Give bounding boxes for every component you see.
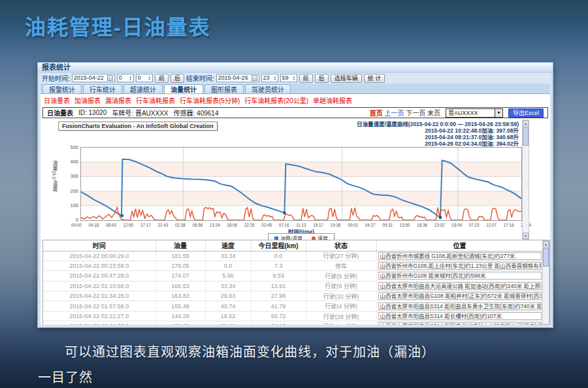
report-toolbar: 日油量表 ID: 13020 车牌号: 晋AUXXXX 传感器: 409614 … [42, 107, 548, 118]
pagination-link[interactable]: 首页 [370, 110, 383, 117]
window-title: 报表统计 [42, 63, 71, 71]
end-prev-day-button[interactable]: 前 [299, 74, 313, 83]
table-cell: 29.63 [205, 291, 251, 301]
scroll-up-icon[interactable]: ▲ [523, 120, 529, 127]
x-tick-label: 21:43 [157, 223, 168, 227]
export-excel-button[interactable]: 导出Excel [508, 108, 544, 118]
scrollbar-thumb[interactable] [523, 127, 529, 146]
start-date-field[interactable]: 2015-04-22 [72, 74, 115, 82]
fuel-chart-section: FusionCharts Evaluation - An InfoSoft Gl… [42, 120, 529, 240]
vehicle-select[interactable]: 晋AUXXXX ▼ [446, 108, 503, 118]
location-input[interactable]: 山西省太原市阳曲县S314 距阳曲县东黄水卫生院(东南)约740米 距中国( [378, 302, 542, 310]
scroll-up-icon[interactable]: ▲ [543, 241, 549, 248]
start-prev-day-button[interactable]: 前 [155, 74, 169, 83]
location-cell: 山西省太原市阳曲县S314 距阳曲县东黄水卫生院(东南)约740米 距中国( [376, 301, 543, 311]
scroll-down-icon[interactable]: ▼ [523, 233, 529, 239]
location-input[interactable]: 山西省忻州市城晏线 G108,距新世纪酒城(东北)约277米. [378, 252, 542, 260]
report-name-label: 日油量表 [47, 108, 73, 118]
report-link[interactable]: 行车油耗报表(20公里) [244, 95, 308, 105]
table-cell: 2015-04-22 01:34:28.0 [43, 291, 155, 301]
y-tick-label: 100 [64, 202, 78, 208]
table-cell: 166.53 [155, 281, 205, 291]
start-hour-value: 0 [119, 74, 122, 82]
table-body: 2015-04-22 00:00:29.0181.5533.340.0行驶(27… [43, 251, 543, 325]
end-hour-stepper[interactable]: 23 ▲▼ [261, 74, 278, 82]
chevron-down-icon[interactable]: ▼ [495, 109, 502, 117]
start-next-day-button[interactable]: 后 [171, 74, 184, 83]
y-tick-label: 300 [64, 173, 78, 179]
report-link[interactable]: 行车油耗报表 [136, 95, 175, 105]
x-tick-label: 17:16 [504, 223, 514, 227]
refuel-marker-icon [283, 212, 286, 215]
location-input[interactable]: 山西省太原市阳曲县S314 距阳曲县兴盛耐火材料有限公司(西南)约281米 [378, 322, 542, 325]
start-minute-stepper[interactable]: 0 ▲▼ [136, 74, 153, 82]
chart-scrollbar[interactable]: ▲ ▼ [522, 120, 529, 240]
table-cell: 9.53 [251, 271, 306, 281]
y-axis-label: 油量(L)/温度 [51, 160, 58, 192]
x-tick-label: 18:36 [417, 223, 427, 227]
start-hour-stepper[interactable]: 0 ▲▼ [117, 74, 134, 82]
select-vehicle-button[interactable]: 选择车辆 [331, 74, 362, 83]
spinner-arrows-icon[interactable]: ▲▼ [274, 76, 276, 81]
fusioncharts-watermark: FusionCharts Evaluation - An InfoSoft Gl… [58, 121, 218, 131]
tab-item[interactable]: 油量统计 [164, 84, 203, 93]
location-input[interactable]: 山西省忻州市G108 距关城村(西北)约598米. [378, 272, 542, 280]
table-row: 2015-04-22 01:57:58.0155.4940.7441.79行驶(… [43, 301, 543, 311]
pagination-link[interactable]: 上一页 [384, 110, 404, 117]
pagination-link[interactable]: 下一页 [406, 110, 425, 117]
refuel-annotation: 2015-04-26 02:04:34.0加油: 394.02升 [357, 140, 519, 147]
location-input[interactable]: 山西省太原市阳曲县G108 距柏井村(正东)约572米 距城晋驿村(西北)约7( [378, 292, 542, 300]
table-row: 2015-04-22 02:21:27.0144.2918.5250.72行驶(… [43, 311, 543, 321]
report-link[interactable]: 行车油耗报表(5分钟) [180, 95, 240, 105]
y-tick-label: 200 [64, 188, 78, 194]
location-cell: 山西省忻州市G108,距上庄村(东北)约1.23公里 距山西泰昌钢铁有限公司( [376, 261, 543, 270]
refuel-annotation: 2015-04-22 10:22:48.0加油: 397.08升 [357, 127, 519, 134]
end-minute-stepper[interactable]: 59 ▲▼ [280, 74, 297, 82]
report-link[interactable]: 加油报表 [74, 95, 101, 105]
report-link[interactable]: 日油量表 [44, 95, 70, 105]
x-tick-label: 08:56 [192, 223, 203, 227]
calendar-icon[interactable] [252, 75, 257, 81]
location-input[interactable]: 山西省太原市阳曲县大运高速公路 距加油站(西南)约240米 距上原村(正东 [378, 282, 542, 290]
table-header-cell: 位置 [376, 240, 543, 251]
tab-item[interactable]: 行车统计 [83, 84, 122, 93]
pagination-link[interactable]: 末页 [427, 110, 440, 117]
table-cell: 27.98 [251, 291, 306, 301]
calendar-icon[interactable] [107, 75, 113, 81]
spinner-arrows-icon[interactable]: ▲▼ [148, 76, 151, 81]
end-next-day-button[interactable]: 后 [315, 74, 329, 83]
table-cell: 2015-04-22 01:10:58.0 [43, 281, 155, 291]
tab-item[interactable]: 驾驶员统计 [245, 84, 291, 93]
refuel-marker-icon [120, 214, 123, 218]
location-cell: 山西省太原市阳曲县S314 距阳曲县兴盛耐火材料有限公司(西南)约281米 [376, 321, 543, 325]
scroll-down-icon[interactable]: ▼ [543, 324, 549, 325]
spinner-arrows-icon[interactable]: ▲▼ [129, 76, 132, 81]
report-link[interactable]: 漏油报表 [105, 95, 131, 105]
report-link[interactable]: 单趟油耗报表 [313, 95, 352, 105]
start-minute-value: 0 [138, 74, 141, 82]
spinner-arrows-icon[interactable]: ▲▼ [293, 76, 295, 81]
chart-annotations: 日油量速度/温度曲线(2015-04-22 0:0:00 — 2015-04-2… [357, 121, 519, 147]
table-cell: 155.49 [155, 301, 205, 311]
end-date-field[interactable]: 2015-04-26 [216, 74, 259, 82]
tab-item[interactable]: 超速统计 [123, 84, 163, 93]
x-tick-label: 12:50 [123, 223, 133, 227]
table-cell: 178.05 [155, 261, 205, 270]
x-tick-label: 12:07 [486, 223, 497, 227]
table-cell: 2015-04-22 02:21:27.0 [43, 311, 155, 321]
records-table: 时间油量速度今日里程(km)状态位置 2015-04-22 00:00:29.0… [43, 240, 544, 325]
location-input[interactable]: 山西省太原市阳曲县S314 距长槽村(西南)约107米. [378, 312, 542, 320]
table-cell: 2015-04-22 01:57:58.0 [43, 301, 155, 311]
tab-item[interactable]: 报警统计 [42, 84, 82, 93]
x-tick-label: 09:31 [382, 223, 393, 227]
window-titlebar: 报表统计 [38, 63, 553, 73]
location-input[interactable]: 山西省忻州市G108,距上庄村(东北)约1.23公里 距山西泰昌钢铁有限公司( [378, 262, 542, 270]
y-tick-label: 0 [64, 217, 78, 223]
x-tick-label: 17:17 [140, 223, 151, 227]
statistics-button[interactable]: 统 计 [364, 74, 385, 83]
scrollbar-thumb[interactable] [543, 248, 549, 267]
table-cell: 144.29 [155, 311, 205, 321]
tab-item[interactable]: 图形报表 [204, 84, 244, 93]
x-tick-label: 15:17 [313, 223, 323, 227]
table-scrollbar[interactable]: ▲ ▼ [542, 240, 549, 325]
